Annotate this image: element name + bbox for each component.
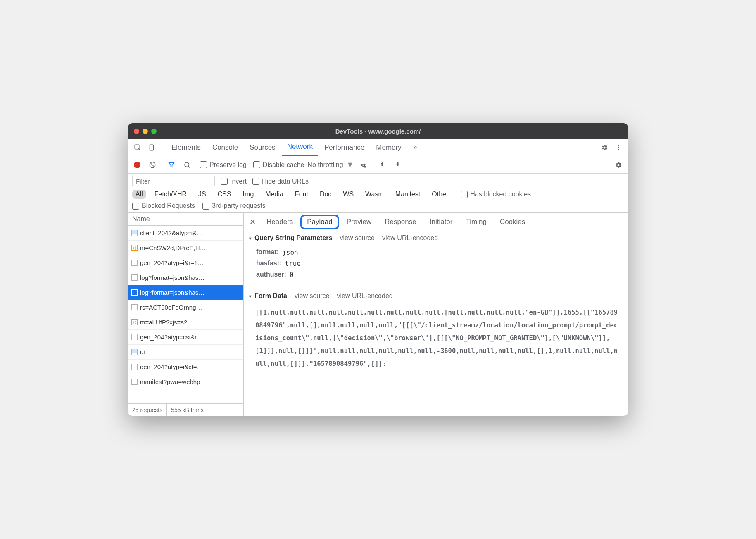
filter-type-css[interactable]: CSS (214, 190, 235, 199)
request-row[interactable]: client_204?&atyp=i&… (128, 226, 243, 241)
tab-network[interactable]: Network (282, 139, 318, 156)
filter-type-manifest[interactable]: Manifest (392, 190, 423, 199)
query-param: hasfast:true (256, 258, 628, 269)
minimize-window-button[interactable] (143, 129, 148, 134)
throttling-select[interactable]: No throttling ▼ (307, 160, 354, 169)
filter-type-js[interactable]: JS (195, 190, 209, 199)
third-party-checkbox[interactable]: 3rd-party requests (202, 202, 266, 210)
query-view-encoded-button[interactable]: view URL-encoded (382, 234, 438, 242)
document-icon (131, 260, 138, 266)
document-icon (131, 334, 138, 340)
has-blocked-cookies-checkbox[interactable]: Has blocked cookies (461, 191, 531, 198)
payload-body: Query String Parameters view source view… (244, 231, 628, 416)
detail-tab-preview[interactable]: Preview (341, 216, 377, 228)
transfer-size: 555 kB trans (167, 404, 208, 416)
query-params-heading[interactable]: Query String Parameters (248, 234, 332, 242)
filter-type-img[interactable]: Img (240, 190, 257, 199)
resource-type-filter: All Fetch/XHR JS CSS Img Media Font Doc … (132, 190, 624, 199)
filter-type-media[interactable]: Media (262, 190, 287, 199)
clear-icon[interactable] (146, 159, 159, 171)
device-toggle-icon[interactable] (145, 141, 158, 154)
titlebar: DevTools - www.google.com/ (128, 123, 628, 139)
detail-tab-headers[interactable]: Headers (261, 216, 299, 228)
tab-performance[interactable]: Performance (319, 139, 369, 156)
upload-har-icon[interactable] (376, 159, 388, 171)
form-data-heading[interactable]: Form Data (248, 292, 287, 300)
script-icon: ⟨⟩ (131, 245, 138, 251)
request-row[interactable]: gen_204?atyp=i&r=1… (128, 255, 243, 270)
network-settings-gear-icon[interactable] (612, 159, 625, 171)
tab-sources[interactable]: Sources (245, 139, 280, 156)
filter-type-ws[interactable]: WS (340, 190, 357, 199)
maximize-window-button[interactable] (151, 129, 157, 134)
request-row[interactable]: log?format=json&has… (128, 285, 243, 300)
request-count: 25 requests (128, 404, 167, 416)
search-icon[interactable] (181, 159, 193, 171)
filter-type-other[interactable]: Other (428, 190, 452, 199)
more-tabs-button[interactable]: » (408, 139, 422, 156)
filter-type-font[interactable]: Font (292, 190, 311, 199)
settings-gear-icon[interactable] (598, 141, 611, 154)
detail-tab-timing[interactable]: Timing (460, 216, 492, 228)
filter-input[interactable] (132, 176, 215, 186)
filter-type-wasm[interactable]: Wasm (362, 190, 387, 199)
network-conditions-icon[interactable] (357, 159, 369, 171)
query-view-source-button[interactable]: view source (340, 234, 374, 242)
close-window-button[interactable] (134, 129, 139, 134)
form-view-encoded-button[interactable]: view URL-encoded (337, 292, 393, 300)
form-view-source-button[interactable]: view source (295, 292, 329, 300)
param-value: true (285, 260, 301, 267)
request-row[interactable]: rs=ACT90oFqOrnng… (128, 300, 243, 315)
request-name: manifest?pwa=webhp (140, 378, 200, 385)
close-detail-icon[interactable]: ✕ (246, 217, 259, 227)
request-row[interactable]: log?format=json&has… (128, 270, 243, 285)
filter-toggle-icon[interactable] (165, 159, 178, 171)
request-name: gen_204?atyp=csi&r… (140, 334, 203, 341)
tab-elements[interactable]: Elements (166, 139, 206, 156)
request-list-panel: Name client_204?&atyp=i&…⟨⟩m=CnSW2d,DPre… (128, 213, 244, 416)
param-key: hasfast: (256, 260, 281, 267)
request-row[interactable]: ⟨⟩m=aLUfP?xjs=s2 (128, 315, 243, 330)
invert-checkbox[interactable]: Invert (221, 178, 247, 185)
filter-type-doc[interactable]: Doc (316, 190, 335, 199)
request-row[interactable]: gen_204?atyp=csi&r… (128, 330, 243, 345)
svg-point-4 (618, 149, 619, 150)
query-param: format:json (256, 247, 628, 258)
request-name: gen_204?atyp=i&r=1… (140, 259, 204, 266)
filter-type-all[interactable]: All (132, 190, 146, 199)
kebab-menu-icon[interactable] (612, 141, 625, 154)
network-toolbar: Preserve log Disable cache No throttling… (128, 156, 628, 174)
preserve-log-checkbox[interactable]: Preserve log (200, 161, 247, 169)
svg-point-2 (618, 145, 619, 146)
request-row[interactable]: ⟨⟩m=CnSW2d,DPreE,H… (128, 241, 243, 255)
chevron-down-icon: ▼ (347, 160, 354, 169)
request-name: log?format=json&has… (140, 289, 204, 296)
request-row[interactable]: gen_204?atyp=i&ct=… (128, 360, 243, 374)
param-value: json (282, 248, 298, 256)
image-icon (131, 230, 138, 236)
name-column-header[interactable]: Name (128, 213, 243, 226)
disable-cache-checkbox[interactable]: Disable cache (253, 161, 304, 169)
filter-type-fetchxhr[interactable]: Fetch/XHR (151, 190, 190, 199)
detail-tab-cookies[interactable]: Cookies (494, 216, 531, 228)
window-controls (134, 129, 157, 134)
detail-tab-response[interactable]: Response (379, 216, 422, 228)
download-har-icon[interactable] (392, 159, 404, 171)
tab-memory[interactable]: Memory (371, 139, 406, 156)
hide-data-urls-checkbox[interactable]: Hide data URLs (252, 178, 309, 185)
request-row[interactable]: manifest?pwa=webhp (128, 374, 243, 389)
main-toolbar: Elements Console Sources Network Perform… (128, 139, 628, 156)
document-icon (131, 379, 138, 385)
record-button[interactable] (134, 162, 140, 168)
query-params-list: format:jsonhasfast:trueauthuser:0 (244, 245, 628, 285)
svg-point-7 (364, 166, 366, 167)
request-row[interactable]: ui (128, 345, 243, 360)
detail-tab-initiator[interactable]: Initiator (424, 216, 459, 228)
tab-console[interactable]: Console (207, 139, 243, 156)
blocked-requests-checkbox[interactable]: Blocked Requests (132, 202, 195, 210)
request-list: client_204?&atyp=i&…⟨⟩m=CnSW2d,DPreE,H…g… (128, 226, 243, 403)
param-key: format: (256, 248, 279, 256)
inspect-element-icon[interactable] (131, 141, 144, 154)
invert-label: Invert (230, 178, 247, 185)
detail-tab-payload[interactable]: Payload (300, 215, 339, 229)
